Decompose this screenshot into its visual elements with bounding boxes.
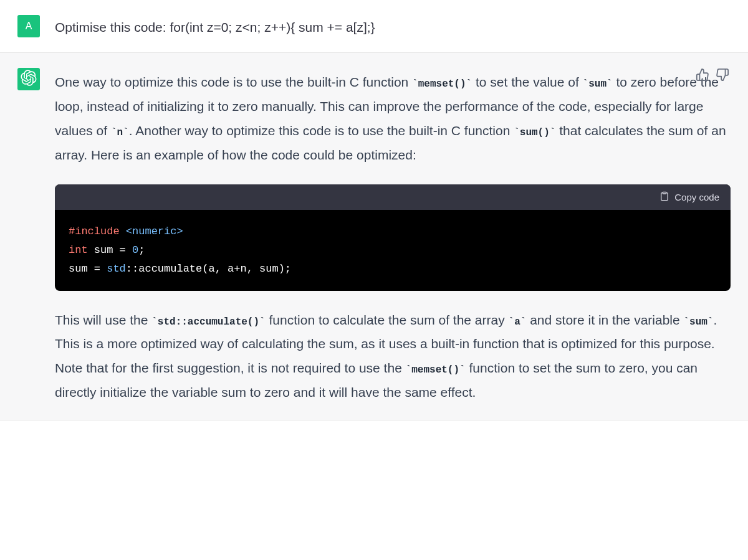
copy-code-button[interactable]: Copy code [659,191,719,204]
code-header: Copy code [55,184,731,210]
inline-code-a: `a` [509,316,527,328]
p1-text-4: . Another way to optimize this code is t… [129,123,514,138]
inline-code-accumulate: `std::accumulate()` [151,316,265,328]
code-tok-include: #include [69,225,120,237]
inline-code-sum2: `sum` [684,316,714,328]
inline-code-sum: `sum` [583,78,613,90]
inline-code-sumfn: `sum()` [514,127,555,138]
code-body: #include <numeric> int sum = 0; sum = st… [55,210,731,290]
code-tok-std: std [107,263,126,275]
code-tok-semi1: ; [138,244,145,256]
assistant-avatar [17,68,40,90]
user-text: Optimise this code: for(int z=0; z<n; z+… [55,17,693,37]
user-avatar-letter: A [26,21,32,32]
clipboard-icon [659,191,669,204]
code-tok-sumassign: sum = [69,263,107,275]
assistant-message: One way to optimize this code is to use … [0,53,748,420]
user-avatar: A [17,15,40,37]
code-tok-int: int [69,244,88,256]
code-tok-sum-eq: sum = [88,244,132,256]
feedback-buttons [696,68,729,82]
copy-code-label: Copy code [674,192,719,202]
p1-text-2: to set the value of [472,75,582,89]
code-block: Copy code #include <numeric> int sum = 0… [55,184,731,290]
inline-code-n: `n` [111,127,129,138]
thumbs-down-icon[interactable] [716,68,729,82]
user-message: A Optimise this code: for(int z=0; z<n; … [0,0,748,53]
assistant-paragraph-1: One way to optimize this code is to use … [55,70,731,167]
p2-text-1: This will use the [55,313,151,327]
inline-code-memset2: `memset()` [406,364,466,376]
p3-text-1: Note that for the first suggestion, it i… [55,361,406,375]
svg-rect-0 [663,192,666,194]
user-content: Optimise this code: for(int z=0; z<n; z+… [55,15,731,37]
p2-text-3: and store it in the variable [526,313,683,327]
code-tok-numeric: <numeric> [120,225,183,237]
assistant-paragraph-2: This will use the `std::accumulate()` fu… [55,308,731,405]
inline-code-memset: `memset()` [412,78,472,90]
openai-icon [21,70,37,88]
p2-text-2: function to calculate the sum of the arr… [266,313,509,327]
code-tok-accumulate: ::accumulate(a, a+n, sum); [126,263,291,275]
thumbs-up-icon[interactable] [696,68,709,82]
code-tok-zero: 0 [132,244,138,256]
p1-text-1: One way to optimize this code is to use … [55,75,412,89]
assistant-content: One way to optimize this code is to use … [55,68,731,405]
